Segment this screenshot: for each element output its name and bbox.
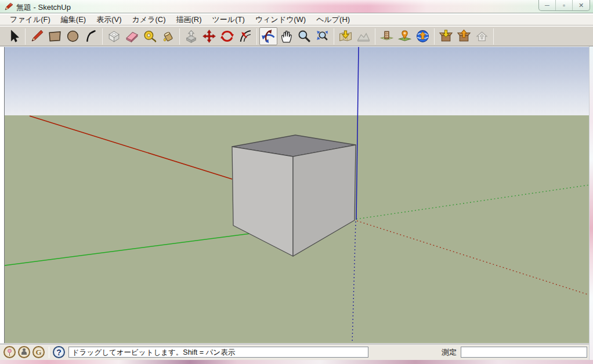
zoom-tool-button[interactable]: [295, 27, 313, 45]
desktop-wallpaper-right: [589, 46, 593, 360]
red-axis-dotted: [357, 221, 589, 295]
window-title: 無題 - SketchUp: [16, 2, 71, 13]
eraser-icon: [125, 29, 139, 43]
menu-help[interactable]: ヘルプ(H): [311, 13, 355, 26]
signin-icon[interactable]: G: [32, 346, 45, 358]
toggle-terrain-button[interactable]: [355, 27, 373, 45]
google-earth-globe-icon: [415, 29, 430, 43]
make-component-button[interactable]: [105, 27, 123, 45]
toolbar-separator: [102, 28, 103, 45]
cube-left-face[interactable]: [232, 147, 293, 256]
toolbar-separator: [375, 28, 375, 45]
toolbar-separator: [25, 28, 26, 45]
menu-tools[interactable]: ツール(T): [207, 13, 250, 26]
arc-icon: [84, 29, 98, 43]
share-models-button[interactable]: [455, 27, 473, 45]
photo-textures-icon: [379, 29, 394, 43]
statusbar-separator: [49, 347, 49, 358]
measurement-label: 測定: [442, 347, 457, 358]
push-pull-button[interactable]: [182, 27, 200, 45]
eraser-tool-button[interactable]: [123, 27, 141, 45]
pencil-icon: [30, 29, 44, 43]
cube-right-face[interactable]: [293, 145, 356, 256]
arc-tool-button[interactable]: [82, 27, 100, 45]
close-button[interactable]: ✕: [573, 0, 590, 10]
sketchup-app-icon: [4, 2, 13, 12]
menu-camera[interactable]: カメラ(C): [127, 13, 171, 26]
blue-axis-dotted: [352, 221, 356, 343]
menu-draw[interactable]: 描画(R): [171, 13, 207, 26]
get-current-view-button[interactable]: [337, 27, 355, 45]
offset-icon: [238, 29, 252, 43]
component-box-icon: [107, 29, 121, 43]
orbit-icon: [261, 29, 276, 43]
toolbar-separator: [256, 28, 257, 45]
rectangle-icon: [48, 29, 62, 43]
get-models-button[interactable]: [437, 27, 455, 45]
getting-started-toolbar: [0, 26, 593, 46]
google-earth-button[interactable]: [414, 27, 432, 45]
maximize-button[interactable]: ▫: [556, 0, 573, 10]
offset-tool-button[interactable]: [236, 27, 254, 45]
rotate-arrows-icon: [220, 29, 234, 43]
share-models-icon: [457, 29, 471, 43]
toggle-terrain-icon: [356, 29, 371, 43]
green-axis: [5, 234, 250, 265]
menu-bar: ファイル(F) 編集(E) 表示(V) カメラ(C) 描画(R) ツール(T) …: [0, 14, 593, 26]
menu-view[interactable]: 表示(V): [91, 13, 126, 26]
geolocation-icon[interactable]: [3, 346, 16, 358]
minimize-button[interactable]: ─: [539, 0, 556, 10]
toolbar-separator: [334, 28, 334, 45]
toolbar-separator: [493, 28, 494, 45]
toolbar-separator: [434, 28, 435, 45]
select-arrow-icon: [6, 29, 21, 43]
status-bar: G ? ドラッグしてオービットします。Shift = パン表示 測定: [0, 344, 593, 360]
tape-measure-icon: [143, 29, 157, 43]
help-icon[interactable]: ?: [53, 346, 65, 358]
circle-tool-button[interactable]: [64, 27, 82, 45]
pan-hand-icon: [279, 29, 294, 43]
rectangle-tool-button[interactable]: [46, 27, 64, 45]
add-building-icon: [397, 29, 412, 43]
paint-bucket-button[interactable]: [159, 27, 177, 45]
add-new-building-button[interactable]: [396, 27, 414, 45]
move-tool-button[interactable]: [200, 27, 218, 45]
pan-tool-button[interactable]: [277, 27, 295, 45]
toolbar-separator: [179, 28, 180, 45]
zoom-extents-icon: [315, 29, 330, 43]
tape-measure-button[interactable]: [141, 27, 159, 45]
paint-bucket-icon: [161, 29, 175, 43]
photo-textures-button[interactable]: [378, 27, 396, 45]
zoom-magnifier-icon: [297, 29, 312, 43]
line-tool-button[interactable]: [28, 27, 46, 45]
green-axis-dotted: [356, 185, 589, 219]
share-component-button[interactable]: [473, 27, 491, 45]
circle-icon: [66, 29, 80, 43]
share-component-icon: [475, 29, 489, 43]
get-models-icon: [439, 29, 453, 43]
zoom-extents-button[interactable]: [313, 27, 331, 45]
model-scene: [5, 47, 589, 343]
push-pull-icon: [184, 29, 198, 43]
menu-file[interactable]: ファイル(F): [5, 13, 56, 26]
rotate-tool-button[interactable]: [218, 27, 236, 45]
cube-model[interactable]: [232, 135, 356, 256]
menu-edit[interactable]: 編集(E): [56, 13, 91, 26]
drawing-viewport[interactable]: [4, 47, 589, 343]
orbit-tool-button[interactable]: [259, 27, 277, 45]
menu-window[interactable]: ウィンドウ(W): [250, 13, 311, 26]
status-hint-text: ドラッグしてオービットします。Shift = パン表示: [68, 347, 368, 358]
get-current-view-icon: [338, 29, 353, 43]
credit-attribution-icon[interactable]: [18, 346, 30, 358]
window-controls: ─ ▫ ✕: [538, 0, 590, 11]
red-axis: [30, 116, 232, 179]
desktop-wallpaper-bottom: [0, 360, 593, 364]
select-tool-button[interactable]: [5, 27, 23, 45]
measurement-input[interactable]: [461, 347, 587, 358]
move-arrows-icon: [202, 29, 216, 43]
title-bar: 無題 - SketchUp ─ ▫ ✕: [0, 0, 593, 13]
blue-axis: [356, 47, 359, 220]
